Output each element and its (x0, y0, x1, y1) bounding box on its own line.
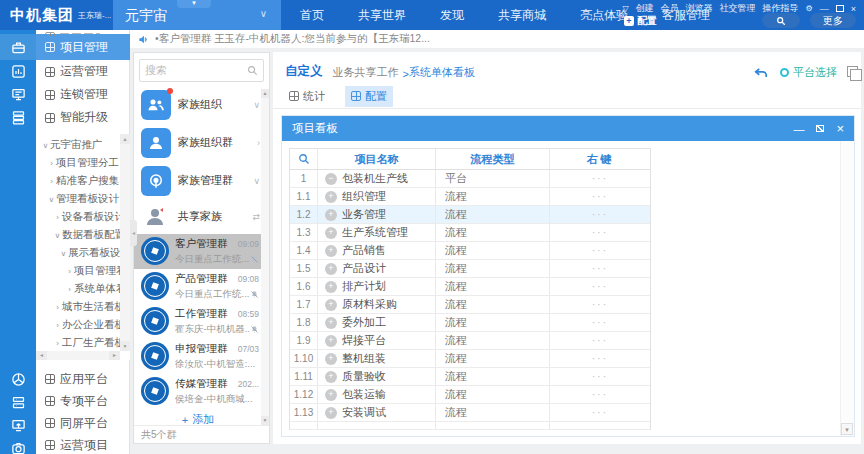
tree-horizontal-scrollbar[interactable]: ◄ ► (36, 351, 120, 360)
conversation-item[interactable]: 客户管理群09:09今日重点工作统... (134, 234, 262, 269)
rail-item-monitor[interactable] (0, 83, 36, 106)
row-actions[interactable]: ··· (550, 242, 650, 259)
sidebar-item[interactable]: 应用平台 (36, 368, 130, 390)
row-actions[interactable]: ··· (550, 296, 650, 313)
chat-scrollbar[interactable]: ▲ ▼ (261, 89, 269, 425)
expand-icon[interactable]: + (325, 371, 337, 383)
table-row[interactable]: 1.6+排产计划流程··· (290, 278, 650, 296)
chat-section-item[interactable]: 家族组织∨ (134, 86, 262, 124)
table-row[interactable]: 1−包装机生产线平台··· (290, 170, 650, 188)
table-row[interactable]: 1.4+产品销售流程··· (290, 242, 650, 260)
scroll-down-icon[interactable]: ▼ (120, 341, 130, 351)
sidebar-item[interactable]: 项目管理 (36, 34, 130, 60)
close-icon[interactable]: × (836, 123, 844, 135)
expand-icon[interactable]: + (325, 245, 337, 257)
minimize-icon[interactable]: — (793, 124, 804, 134)
rail-item-server[interactable] (0, 106, 36, 129)
workspace-tab[interactable]: ▼ 元宇宙 ∨ (113, 0, 281, 30)
collapse-panel-handle[interactable]: ◄ (130, 220, 137, 246)
expand-icon[interactable]: + (325, 281, 337, 293)
expand-icon[interactable]: + (325, 353, 337, 365)
more-button[interactable]: 更多 (810, 13, 856, 28)
conversation-item[interactable]: 产品管理群09:08今日重点工作统... (134, 269, 262, 304)
row-actions[interactable]: ··· (550, 332, 650, 349)
scroll-right-icon[interactable]: ► (109, 351, 120, 360)
expand-icon[interactable]: + (325, 335, 337, 347)
platform-select-button[interactable]: 平台选择 (780, 65, 837, 80)
search-input[interactable] (145, 64, 235, 76)
window-restore-icon[interactable] (836, 5, 844, 12)
row-actions[interactable]: ··· (550, 350, 650, 367)
expand-icon[interactable]: + (325, 407, 337, 419)
tab-统计[interactable]: 统计 (283, 86, 331, 107)
window-minimize-icon[interactable]: — (820, 4, 829, 14)
table-search-icon[interactable] (290, 149, 318, 169)
row-actions[interactable]: ··· (550, 404, 650, 421)
row-actions[interactable]: ··· (550, 224, 650, 241)
tree-item[interactable]: ∨元宇宙推广 (36, 136, 120, 154)
search-button[interactable] (762, 13, 800, 28)
breadcrumb-current[interactable]: 系统单体看板 (409, 65, 475, 80)
tree-vertical-scrollbar[interactable]: ▲ ▼ (120, 134, 130, 351)
row-actions[interactable]: ··· (550, 170, 650, 187)
conversation-item[interactable]: 申报管理群07/03徐汝欣-中机智造:... (134, 339, 262, 374)
table-row[interactable]: 1.8+委外加工流程··· (290, 314, 650, 332)
topnav-item[interactable]: 共享商城 (498, 7, 546, 24)
tree-item[interactable]: ›系统单体看板设 (36, 280, 120, 298)
rail-item-briefcase[interactable] (0, 34, 36, 60)
expand-icon[interactable]: + (325, 389, 337, 401)
sidebar-item[interactable]: 同屏平台 (36, 412, 130, 434)
sidebar-item[interactable]: 专项平台 (36, 390, 130, 412)
caret-down-icon[interactable]: ▼ (177, 0, 211, 8)
topnav-item[interactable]: 首页 (300, 7, 324, 24)
topnav-item[interactable]: 共享世界 (358, 7, 406, 24)
scroll-down-icon[interactable]: ▼ (261, 416, 269, 425)
expand-icon[interactable]: + (325, 227, 337, 239)
rail-item-chart[interactable] (0, 60, 36, 83)
scroll-up-icon[interactable]: ▲ (261, 89, 269, 98)
table-row[interactable]: 1.10+整机组装流程··· (290, 350, 650, 368)
sidebar-item[interactable]: 运营项目 (36, 434, 130, 454)
window-close-icon[interactable]: × (851, 4, 856, 14)
undo-icon[interactable] (754, 67, 768, 79)
table-row[interactable]: 1.7+原材料采购流程··· (290, 296, 650, 314)
table-scrollbar[interactable]: ▼ (840, 141, 854, 436)
breadcrumb-parent[interactable]: 业务共享工作 (333, 65, 399, 80)
row-actions[interactable]: ··· (550, 188, 650, 205)
breadcrumb-custom[interactable]: 自定义 (285, 63, 323, 80)
tree-item[interactable]: ›城市生活看板 (36, 298, 120, 316)
topnav-item[interactable]: 发现 (440, 7, 464, 24)
collapse-icon[interactable]: − (325, 173, 337, 185)
chat-section-item[interactable]: 家族管理群∨ (134, 162, 262, 200)
expand-icon[interactable]: + (325, 263, 337, 275)
rail-item-stack[interactable] (0, 391, 36, 414)
table-row[interactable]: 1.2+业务管理流程··· (290, 206, 650, 224)
scroll-left-icon[interactable]: ◄ (36, 351, 47, 360)
conversation-item[interactable]: 工作管理群08:59霍东庆-中机机器... (134, 304, 262, 339)
sidebar-item[interactable]: 运营管理 (36, 60, 130, 83)
filter-icon[interactable]: ▽ (622, 4, 628, 13)
table-row[interactable]: 1.12+包装运输流程··· (290, 386, 650, 404)
expand-icon[interactable]: + (325, 209, 337, 221)
sidebar-item[interactable]: 智能升级 (36, 106, 130, 129)
row-actions[interactable]: ··· (550, 368, 650, 385)
gear-icon[interactable]: ⚙ (806, 4, 813, 13)
chat-section-item[interactable]: 家族组织群› (134, 124, 262, 162)
conversation-item[interactable]: 传媒管理群202...侯培金-中机商城... (134, 374, 262, 409)
row-actions[interactable]: ··· (550, 314, 650, 331)
rail-item-globe[interactable] (0, 368, 36, 391)
add-group-button[interactable]: +添加 (134, 409, 262, 426)
table-row[interactable]: 1.9+焊接平台流程··· (290, 332, 650, 350)
rail-item-cast[interactable] (0, 414, 36, 437)
tree-item[interactable]: ∨管理看板设计 (36, 190, 120, 208)
expand-icon[interactable]: + (325, 191, 337, 203)
tree-item[interactable]: ›办公企业看板 (36, 316, 120, 334)
expand-icon[interactable]: + (325, 299, 337, 311)
tree-item[interactable]: ›工厂生产看板 (36, 334, 120, 351)
table-row[interactable]: 1.5+产品设计流程··· (290, 260, 650, 278)
tree-item[interactable]: ›项目管理看板设 (36, 262, 120, 280)
maximize-icon[interactable] (816, 125, 824, 132)
scroll-up-icon[interactable]: ▲ (120, 134, 130, 144)
chevron-down-icon[interactable]: ∨ (260, 8, 267, 19)
chat-section-item[interactable]: 共享家族⇄ (134, 200, 262, 234)
